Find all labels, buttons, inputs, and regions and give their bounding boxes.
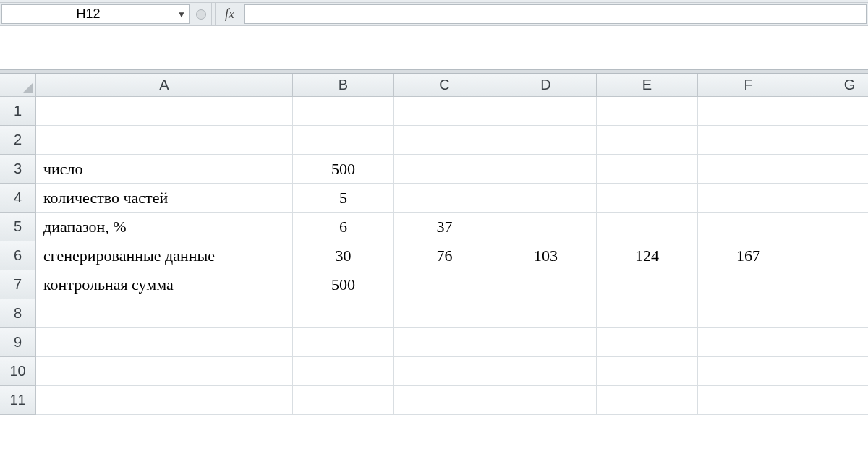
cell-D9[interactable] [495,328,597,357]
col-header-B[interactable]: B [293,74,394,97]
cell-G2[interactable] [799,126,868,155]
row-header-10[interactable]: 10 [0,357,36,386]
cell-F6[interactable]: 167 [698,241,799,270]
row-header-8[interactable]: 8 [0,299,36,328]
row-header-5[interactable]: 5 [0,213,36,241]
cell-E8[interactable] [597,299,698,328]
cell-C7[interactable] [394,270,495,299]
name-box[interactable]: H12 ▼ [1,4,190,24]
row-header-4[interactable]: 4 [0,184,36,213]
name-box-dropdown-icon[interactable]: ▼ [174,9,189,20]
cell-C8[interactable] [394,299,495,328]
cell-B6[interactable]: 30 [293,241,394,270]
cell-C6[interactable]: 76 [394,241,495,270]
select-all-corner[interactable] [0,74,36,97]
cell-E9[interactable] [597,328,698,357]
cell-A10[interactable] [36,357,293,386]
cell-F7[interactable] [698,270,799,299]
cell-E3[interactable] [597,155,698,184]
cell-B5[interactable]: 6 [293,213,394,241]
col-header-G[interactable]: G [799,74,868,97]
cell-F9[interactable] [698,328,799,357]
col-header-C[interactable]: C [394,74,495,97]
cell-G11[interactable] [799,386,868,415]
insert-function-button[interactable]: fx [216,3,244,25]
cell-D6[interactable]: 103 [495,241,597,270]
cell-E6[interactable]: 124 [597,241,698,270]
cell-F11[interactable] [698,386,799,415]
cell-B4[interactable]: 5 [293,184,394,213]
cell-D4[interactable] [495,184,597,213]
spreadsheet-grid[interactable]: A B C D E F G 1 2 3 число 500 4 количест… [0,74,868,415]
cell-D7[interactable] [495,270,597,299]
cell-E1[interactable] [597,97,698,126]
cell-A7[interactable]: контрольная сумма [36,270,293,299]
cell-E10[interactable] [597,357,698,386]
cell-G7[interactable] [799,270,868,299]
row-header-2[interactable]: 2 [0,126,36,155]
cell-G10[interactable] [799,357,868,386]
cell-G6[interactable] [799,241,868,270]
cell-C2[interactable] [394,126,495,155]
cell-A9[interactable] [36,328,293,357]
cell-E2[interactable] [597,126,698,155]
cell-F1[interactable] [698,97,799,126]
cell-F5[interactable] [698,213,799,241]
cell-G1[interactable] [799,97,868,126]
cell-F3[interactable] [698,155,799,184]
cell-C1[interactable] [394,97,495,126]
cell-G3[interactable] [799,155,868,184]
cell-D3[interactable] [495,155,597,184]
cell-A1[interactable] [36,97,293,126]
cell-F4[interactable] [698,184,799,213]
cell-F8[interactable] [698,299,799,328]
cell-B1[interactable] [293,97,394,126]
col-header-F[interactable]: F [698,74,799,97]
cell-F2[interactable] [698,126,799,155]
col-header-A[interactable]: A [36,74,293,97]
cell-G8[interactable] [799,299,868,328]
cell-B3[interactable]: 500 [293,155,394,184]
cell-C4[interactable] [394,184,495,213]
row-header-1[interactable]: 1 [0,97,36,126]
cell-B7[interactable]: 500 [293,270,394,299]
col-header-E[interactable]: E [597,74,698,97]
cell-D11[interactable] [495,386,597,415]
row-header-3[interactable]: 3 [0,155,36,184]
cell-C11[interactable] [394,386,495,415]
cell-G9[interactable] [799,328,868,357]
cell-A6[interactable]: сгенерированные данные [36,241,293,270]
cell-D8[interactable] [495,299,597,328]
formula-input[interactable] [244,4,867,24]
cell-A4[interactable]: количество частей [36,184,293,213]
cell-A5[interactable]: диапазон, % [36,213,293,241]
cell-A2[interactable] [36,126,293,155]
col-header-D[interactable]: D [495,74,597,97]
cell-E5[interactable] [597,213,698,241]
row-header-11[interactable]: 11 [0,386,36,415]
cell-F10[interactable] [698,357,799,386]
cell-D2[interactable] [495,126,597,155]
cell-B2[interactable] [293,126,394,155]
cell-E7[interactable] [597,270,698,299]
cell-C5[interactable]: 37 [394,213,495,241]
cell-E4[interactable] [597,184,698,213]
cell-A11[interactable] [36,386,293,415]
cell-D5[interactable] [495,213,597,241]
row-header-6[interactable]: 6 [0,241,36,270]
cell-G4[interactable] [799,184,868,213]
cell-D10[interactable] [495,357,597,386]
cell-B11[interactable] [293,386,394,415]
cell-A3[interactable]: число [36,155,293,184]
formula-cancel-button[interactable] [190,3,211,25]
row-header-7[interactable]: 7 [0,270,36,299]
cell-B10[interactable] [293,357,394,386]
cell-E11[interactable] [597,386,698,415]
cell-C10[interactable] [394,357,495,386]
cell-C9[interactable] [394,328,495,357]
cell-D1[interactable] [495,97,597,126]
cell-B9[interactable] [293,328,394,357]
cell-G5[interactable] [799,213,868,241]
cell-A8[interactable] [36,299,293,328]
cell-B8[interactable] [293,299,394,328]
